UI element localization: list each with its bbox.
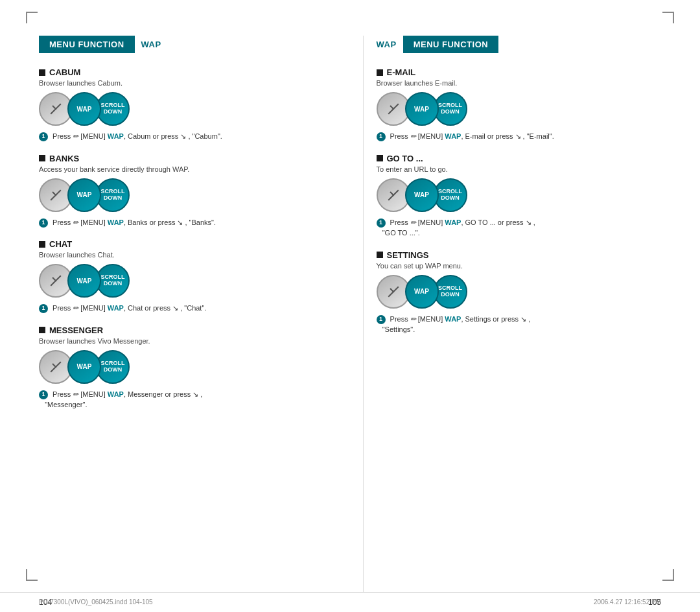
- section-email: E-MAIL Browser launches E-mail. WAP SCRO…: [377, 67, 662, 142]
- file-info: PC-7300L(VIVO)_060425.indd 104-105: [39, 598, 153, 606]
- email-menu-slash-icon: [388, 104, 399, 115]
- goto-square-icon: [377, 155, 383, 161]
- messenger-instruction: 1 Press ✏ [MENU] WAP, Messenger or press…: [39, 389, 324, 410]
- goto-wap-button[interactable]: WAP: [405, 178, 439, 212]
- section-cabum: CABUM Browser launches Cabum. WAP SCROLL…: [39, 67, 324, 142]
- email-square-icon: [377, 69, 383, 76]
- cabum-step-num: 1: [39, 132, 48, 141]
- section-messenger: MESSENGER Browser launches Vivo Messenge…: [39, 325, 324, 410]
- settings-title: SETTINGS: [377, 250, 662, 260]
- chat-desc: Browser launches Chat.: [39, 251, 324, 259]
- banks-wap-button[interactable]: WAP: [67, 178, 101, 212]
- banks-btn-group: WAP SCROLL DOWN: [39, 178, 324, 212]
- section-banks: BANKS Access your bank service directly …: [39, 154, 324, 228]
- settings-desc: You can set up WAP menu.: [377, 262, 662, 270]
- settings-instruction: 1 Press ✏ [MENU] WAP, Settings or press …: [377, 314, 662, 335]
- corner-mark-br: [662, 569, 674, 581]
- right-column: WAP MENU FUNCTION E-MAIL Browser launche…: [363, 36, 662, 592]
- left-header-bar: MENU FUNCTION WAP: [39, 36, 324, 53]
- goto-desc: To enter an URL to go.: [377, 165, 662, 173]
- messenger-title: MESSENGER: [39, 325, 324, 335]
- section-settings: SETTINGS You can set up WAP menu. WAP SC…: [377, 250, 662, 335]
- main-content: MENU FUNCTION WAP CABUM Browser launches…: [0, 0, 700, 592]
- cabum-square-icon: [39, 69, 45, 76]
- corner-mark-tr: [662, 12, 674, 23]
- goto-menu-slash-icon: [388, 189, 399, 200]
- chat-btn-group: WAP SCROLL DOWN: [39, 264, 324, 298]
- chat-menu-slash-icon: [51, 276, 62, 287]
- email-title: E-MAIL: [377, 67, 662, 77]
- settings-menu-slash-icon: [388, 286, 399, 297]
- section-chat: CHAT Browser launches Chat. WAP SCROLL D…: [39, 239, 324, 314]
- corner-mark-tl: [26, 12, 38, 23]
- messenger-btn-group: WAP SCROLL DOWN: [39, 350, 324, 384]
- settings-step-num: 1: [377, 315, 386, 324]
- chat-title: CHAT: [39, 239, 324, 249]
- banks-menu-slash-icon: [51, 189, 62, 200]
- email-btn-group: WAP SCROLL DOWN: [377, 92, 662, 126]
- banks-square-icon: [39, 155, 45, 161]
- settings-btn-group: WAP SCROLL DOWN: [377, 275, 662, 309]
- right-menu-function-label: MENU FUNCTION: [403, 36, 499, 53]
- cabum-wap-button[interactable]: WAP: [67, 92, 101, 126]
- chat-wap-button[interactable]: WAP: [67, 264, 101, 298]
- messenger-menu-slash-icon: [51, 361, 62, 372]
- messenger-wap-button[interactable]: WAP: [67, 350, 101, 384]
- footer-info: PC-7300L(VIVO)_060425.indd 104-105 2006.…: [39, 598, 661, 606]
- chat-square-icon: [39, 241, 45, 248]
- goto-title: GO TO ...: [377, 154, 662, 163]
- section-goto: GO TO ... To enter an URL to go. WAP SCR…: [377, 154, 662, 239]
- chat-step-num: 1: [39, 304, 48, 313]
- cabum-desc: Browser launches Cabum.: [39, 79, 324, 87]
- email-desc: Browser launches E-mail.: [377, 79, 662, 87]
- banks-desc: Access your bank service directly throug…: [39, 165, 324, 173]
- email-instruction: 1 Press ✏ [MENU] WAP, E-mail or press ↘ …: [377, 131, 662, 142]
- banks-instruction: 1 Press ✏ [MENU] WAP, Banks or press ↘ ,…: [39, 217, 324, 228]
- banks-title: BANKS: [39, 154, 324, 163]
- page-container: MENU FUNCTION WAP CABUM Browser launches…: [0, 0, 700, 612]
- left-wap-label: WAP: [141, 40, 161, 49]
- corner-mark-bl: [26, 569, 38, 581]
- date-info: 2006.4.27 12:16:52 PM: [594, 598, 661, 606]
- cabum-title: CABUM: [39, 67, 324, 77]
- right-wap-label: WAP: [377, 40, 397, 49]
- email-wap-button[interactable]: WAP: [405, 92, 439, 126]
- right-header-bar: WAP MENU FUNCTION: [377, 36, 662, 53]
- email-step-num: 1: [377, 132, 386, 141]
- left-column: MENU FUNCTION WAP CABUM Browser launches…: [39, 36, 337, 592]
- messenger-step-num: 1: [39, 390, 48, 399]
- goto-btn-group: WAP SCROLL DOWN: [377, 178, 662, 212]
- goto-instruction: 1 Press ✏ [MENU] WAP, GO TO ... or press…: [377, 217, 662, 239]
- menu-slash-icon: [51, 104, 62, 115]
- settings-square-icon: [377, 252, 383, 258]
- messenger-desc: Browser launches Vivo Messenger.: [39, 337, 324, 345]
- chat-instruction: 1 Press ✏ [MENU] WAP, Chat or press ↘ , …: [39, 303, 324, 314]
- cabum-btn-group: WAP SCROLL DOWN: [39, 92, 324, 126]
- settings-wap-button[interactable]: WAP: [405, 275, 439, 309]
- goto-step-num: 1: [377, 218, 386, 228]
- banks-step-num: 1: [39, 218, 48, 228]
- left-menu-function-label: MENU FUNCTION: [39, 36, 135, 53]
- messenger-square-icon: [39, 327, 45, 333]
- cabum-instruction: 1 Press ✏ [MENU] WAP, Cabum or press ↘ ,…: [39, 131, 324, 142]
